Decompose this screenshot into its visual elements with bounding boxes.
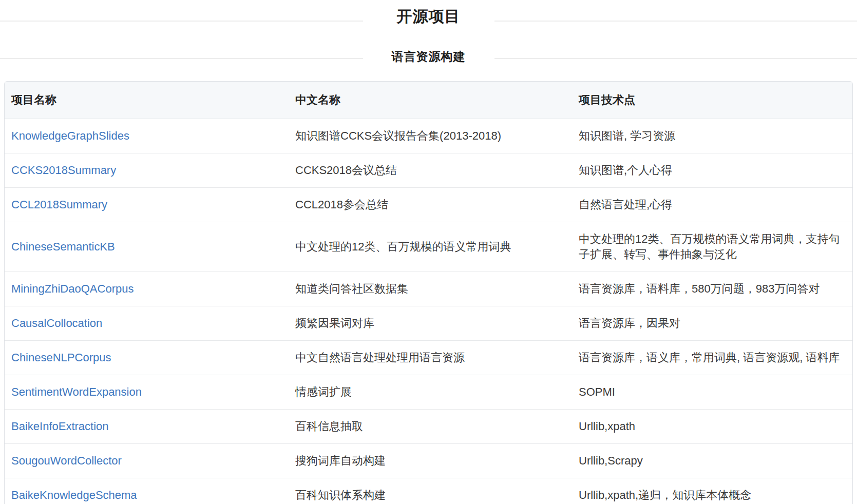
tech-points-cell: 知识图谱, 学习资源	[572, 119, 852, 153]
table-row: SougouWordCollector 搜狗词库自动构建 Urllib,Scra…	[5, 444, 852, 478]
project-link[interactable]: BaikeInfoExtraction	[11, 420, 109, 433]
chinese-name-cell: 百科知识体系构建	[289, 478, 572, 504]
project-link[interactable]: CausalCollocation	[11, 317, 102, 329]
project-link[interactable]: MiningZhiDaoQACorpus	[11, 282, 134, 295]
chinese-name-cell: 中文处理的12类、百万规模的语义常用词典	[289, 222, 572, 272]
table-row: MiningZhiDaoQACorpus 知道类问答社区数据集 语言资源库，语料…	[5, 272, 852, 306]
chinese-name-cell: 情感词扩展	[289, 375, 572, 410]
chinese-name-cell: CCKS2018会议总结	[289, 153, 572, 188]
chinese-name-cell: CCL2018参会总结	[289, 188, 572, 222]
project-link[interactable]: SentimentWordExpansion	[11, 385, 142, 398]
table-row: CCKS2018Summary CCKS2018会议总结 知识图谱,个人心得	[5, 153, 852, 188]
page-title: 开源项目	[363, 6, 494, 27]
tech-points-cell: 语言资源库，语料库，580万问题，983万问答对	[572, 272, 852, 306]
tech-points-cell: Urllib,xpath,递归，知识库本体概念	[572, 478, 852, 504]
tech-points-cell: 自然语言处理,心得	[572, 188, 852, 222]
project-link[interactable]: BaikeKnowledgeSchema	[11, 489, 137, 501]
project-link[interactable]: ChineseSemanticKB	[11, 240, 115, 253]
section-title-section: 语言资源构建	[0, 49, 857, 64]
table-row: SentimentWordExpansion 情感词扩展 SOPMI	[5, 375, 852, 410]
table-row: CausalCollocation 频繁因果词对库 语言资源库，因果对	[5, 306, 852, 341]
tech-points-cell: 知识图谱,个人心得	[572, 153, 852, 188]
table-row: ChineseNLPCorpus 中文自然语言处理处理用语言资源 语言资源库，语…	[5, 341, 852, 375]
project-link[interactable]: SougouWordCollector	[11, 454, 122, 467]
table-row: CCL2018Summary CCL2018参会总结 自然语言处理,心得	[5, 188, 852, 222]
tech-points-cell: 语言资源库，语义库，常用词典, 语言资源观, 语料库	[572, 341, 852, 375]
tech-points-cell: 中文处理的12类、百万规模的语义常用词典，支持句子扩展、转写、事件抽象与泛化	[572, 222, 852, 272]
project-link[interactable]: KnowledgeGraphSlides	[11, 129, 129, 142]
table-row: KnowledgeGraphSlides 知识图谱CCKS会议报告合集(2013…	[5, 119, 852, 153]
table-row: BaikeKnowledgeSchema 百科知识体系构建 Urllib,xpa…	[5, 478, 852, 504]
projects-table: 项目名称 中文名称 项目技术点 KnowledgeGraphSlides 知识图…	[5, 82, 852, 504]
table-row: ChineseSemanticKB 中文处理的12类、百万规模的语义常用词典 中…	[5, 222, 852, 272]
project-link[interactable]: CCL2018Summary	[11, 198, 107, 211]
tech-points-cell: 语言资源库，因果对	[572, 306, 852, 341]
chinese-name-cell: 中文自然语言处理处理用语言资源	[289, 341, 572, 375]
section-title: 语言资源构建	[363, 49, 494, 64]
chinese-name-cell: 百科信息抽取	[289, 410, 572, 444]
chinese-name-cell: 知识图谱CCKS会议报告合集(2013-2018)	[289, 119, 572, 153]
chinese-name-cell: 频繁因果词对库	[289, 306, 572, 341]
chinese-name-cell: 知道类问答社区数据集	[289, 272, 572, 306]
project-link[interactable]: ChineseNLPCorpus	[11, 351, 111, 364]
table-row: BaikeInfoExtraction 百科信息抽取 Urllib,xpath	[5, 410, 852, 444]
column-header-tech-points: 项目技术点	[572, 82, 852, 119]
tech-points-cell: Urllib,xpath	[572, 410, 852, 444]
chinese-name-cell: 搜狗词库自动构建	[289, 444, 572, 478]
column-header-chinese-name: 中文名称	[289, 82, 572, 119]
tech-points-cell: Urllib,Scrapy	[572, 444, 852, 478]
tech-points-cell: SOPMI	[572, 375, 852, 410]
table-header-row: 项目名称 中文名称 项目技术点	[5, 82, 852, 119]
page-title-section: 开源项目	[0, 6, 857, 27]
column-header-project-name: 项目名称	[5, 82, 289, 119]
projects-table-container: 项目名称 中文名称 项目技术点 KnowledgeGraphSlides 知识图…	[4, 81, 853, 504]
project-link[interactable]: CCKS2018Summary	[11, 164, 116, 177]
